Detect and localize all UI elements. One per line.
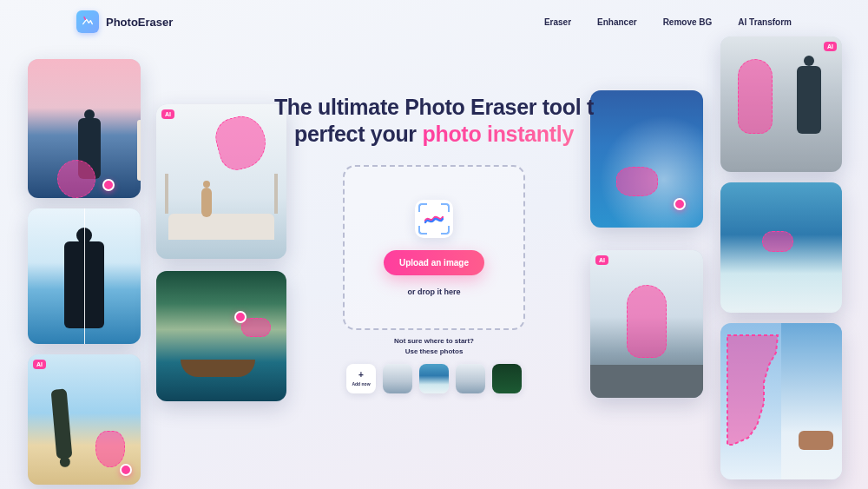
ai-badge: AI [824, 42, 837, 51]
suggestions: Not sure where to start? Use these photo… [346, 337, 522, 393]
brand-logo-icon [76, 10, 99, 33]
suggestions-line1: Not sure where to start? [346, 337, 522, 345]
brand[interactable]: PhotoEraser [76, 10, 173, 33]
suggestion-add-button[interactable]: + Add now [346, 364, 376, 393]
upload-button[interactable]: Upload an image [384, 250, 484, 275]
gallery-card-jacket[interactable] [28, 208, 141, 344]
plus-icon: + [358, 371, 364, 380]
suggestion-thumb-3[interactable] [456, 364, 485, 393]
ai-badge: AI [33, 360, 46, 369]
hero-line2b: photo instantly [422, 122, 574, 146]
upload-subtext: or drop it here [407, 287, 460, 296]
suggestion-thumb-4[interactable] [492, 364, 522, 393]
header: PhotoEraser Eraser Enhancer Remove BG AI… [0, 10, 868, 33]
primary-nav: Eraser Enhancer Remove BG AI Transform [544, 17, 792, 27]
suggestions-line2: Use these photos [346, 347, 522, 355]
suggestions-row: + Add now [346, 364, 522, 393]
gallery-card-surfer[interactable] [28, 59, 141, 198]
gallery-card-overlook[interactable]: AI [590, 250, 703, 398]
suggestion-thumb-1[interactable] [383, 364, 412, 393]
hero-line2a: perfect your [294, 122, 423, 146]
gallery-card-friends[interactable]: AI [720, 36, 842, 172]
hero-line1: The ultimate Photo Eraser tool t [274, 95, 594, 119]
nav-link-enhancer[interactable]: Enhancer [597, 17, 637, 27]
upload-dropzone[interactable]: Upload an image or drop it here [343, 165, 525, 330]
suggestion-add-label: Add now [352, 381, 370, 387]
gallery-card-cloud-split[interactable] [720, 323, 842, 479]
nav-link-remove-bg[interactable]: Remove BG [663, 17, 713, 27]
ai-badge: AI [161, 109, 174, 119]
gallery-card-wave[interactable] [720, 182, 842, 313]
brand-name: PhotoEraser [106, 16, 173, 29]
nav-link-ai-transform[interactable]: AI Transform [738, 17, 792, 27]
ai-badge: AI [595, 255, 608, 265]
upload-preview-icon [415, 200, 453, 238]
hero-headline: The ultimate Photo Eraser tool t perfect… [260, 94, 608, 149]
suggestion-thumb-2[interactable] [419, 364, 449, 393]
gallery-card-canoe[interactable] [156, 271, 286, 401]
nav-link-eraser[interactable]: Eraser [544, 17, 571, 27]
gallery-card-handstand[interactable]: AI [28, 354, 141, 485]
